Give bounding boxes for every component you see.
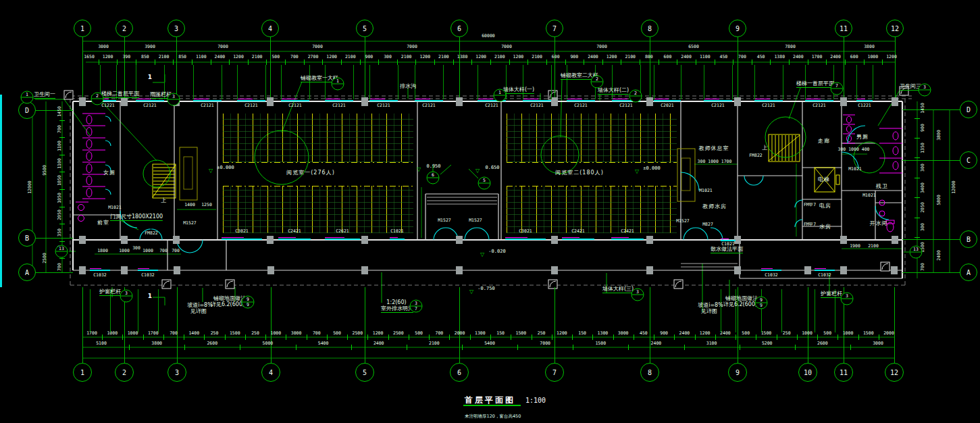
grid-line (805, 65, 806, 99)
axis-bubble-top-5: 5 (356, 20, 373, 37)
window-C1221 (856, 99, 873, 101)
window-sill (754, 99, 770, 99)
axis-bubble-bottom-11: 11 (834, 363, 853, 382)
axis-bubble-left-D: D (18, 101, 36, 119)
grid-line (770, 59, 771, 65)
grid-line (752, 59, 752, 65)
callout-number: 3 (121, 291, 132, 297)
grid-line (584, 59, 584, 65)
grid-line (59, 241, 65, 242)
window-C2121 (754, 99, 783, 101)
grid-line (367, 334, 368, 340)
window-glass (505, 239, 546, 240)
axis-bubble-right-B: B (960, 230, 977, 248)
window-glass (369, 100, 398, 101)
grid-line (873, 65, 873, 99)
grid-line (184, 334, 184, 340)
column-pier (79, 236, 86, 244)
window-C2121 (193, 99, 222, 101)
window-glass (562, 239, 594, 240)
column-pier (891, 266, 898, 274)
drawing-scale: 1:100 (525, 397, 546, 404)
grid-line (650, 37, 650, 101)
callout-number: 1 (22, 92, 33, 98)
grid-line (173, 59, 174, 65)
left-edge-artifact (0, 95, 2, 287)
callout-sheet (332, 84, 344, 89)
axis-bubble-bottom-6: 6 (450, 363, 469, 382)
grid-line (777, 334, 777, 340)
floorplan-canvas[interactable]: 首层平面图 1:100 未注明墙厚120，窗台高450 123456789111… (0, 0, 980, 423)
grid-line (164, 65, 165, 99)
grid-line (914, 178, 920, 178)
column-pier (267, 266, 274, 274)
window-sill (805, 99, 821, 99)
column-pier (646, 97, 653, 106)
axis-bubble-right-D: D (960, 101, 977, 118)
grid-line (844, 37, 844, 101)
column-pier (840, 266, 847, 274)
callout-number: 3 (168, 94, 180, 100)
column-pier (267, 236, 274, 244)
grid-line (270, 37, 271, 101)
grid-line (695, 334, 696, 340)
axis-bubble-right-C: C (960, 151, 977, 169)
grid-line (850, 345, 851, 350)
window-sill (222, 237, 244, 238)
grid-line (696, 59, 696, 65)
detail-callout: 1 (494, 89, 507, 102)
grid-line (715, 59, 715, 65)
grid-line (265, 65, 266, 99)
column-pier (456, 97, 463, 106)
aisle-line (507, 162, 677, 163)
window-sill (856, 99, 865, 99)
grid-line (245, 334, 246, 340)
grid-line (471, 59, 472, 65)
window-C2621 (325, 237, 360, 240)
grid-line (129, 345, 130, 350)
callout-sheet (630, 97, 642, 101)
window-C2121 (415, 99, 443, 101)
grid-line (82, 287, 83, 364)
callout-number: 3 (632, 289, 644, 295)
axis-bubble-bottom-12: 12 (885, 363, 904, 382)
window-C1021 (721, 239, 736, 241)
window-sill (523, 99, 538, 99)
grid-line (143, 334, 144, 340)
axis-bubble-top-3: 3 (167, 20, 185, 37)
window-C2121 (523, 99, 551, 101)
column-pier (121, 236, 128, 244)
grid-line (99, 59, 99, 65)
axis-bubble-top-1: 1 (74, 20, 91, 37)
axis-bubble-bottom-1: 1 (73, 363, 92, 382)
grid-line (684, 345, 685, 350)
axis-bubble-right-A: A (960, 264, 977, 281)
grid-line (736, 334, 736, 340)
grid-line (659, 59, 659, 65)
callout-sheet (831, 89, 843, 94)
grid-line (738, 37, 738, 101)
grid-line (459, 287, 460, 364)
axis-bubble-bottom-4: 4 (261, 363, 280, 382)
window-C2121 (369, 99, 398, 101)
callout-sheet (919, 91, 931, 95)
grid-line (237, 65, 238, 99)
grid-line (415, 59, 416, 65)
grid-line (307, 334, 307, 340)
grid-line (59, 172, 65, 172)
column-pier (456, 236, 463, 244)
drawing-note: 未注明墙厚120，窗台高450 (465, 414, 521, 420)
window-C3021 (505, 237, 546, 240)
grid-line (443, 65, 444, 99)
callout-sheet (910, 253, 922, 257)
elevator-shaft (815, 168, 840, 192)
grid-line (192, 59, 192, 65)
grid-line (470, 334, 471, 340)
grid-line (895, 37, 896, 101)
grid-line (613, 334, 614, 340)
window-glass (805, 100, 833, 101)
bookshelves-room2-lower (507, 186, 677, 233)
bookshelves-room2-upper (507, 114, 677, 162)
callout-number: 2 (630, 91, 642, 97)
callout-sheet: 9 (756, 303, 767, 308)
